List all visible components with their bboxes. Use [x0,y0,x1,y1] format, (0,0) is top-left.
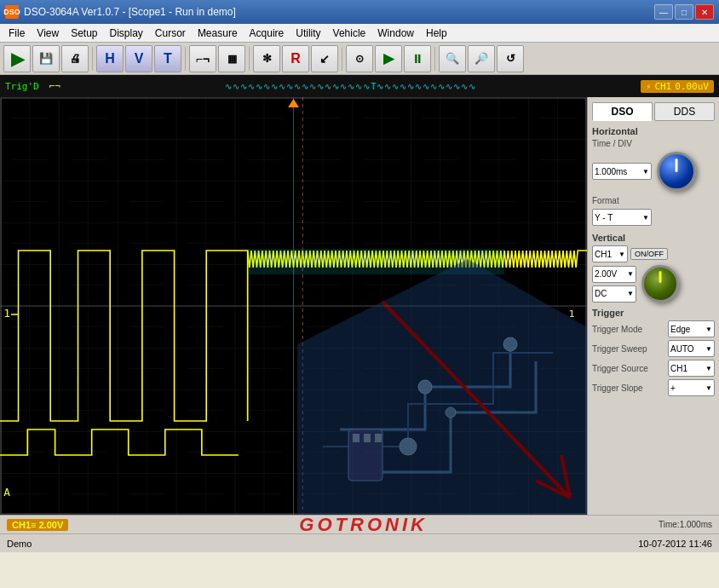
title-bar: DSO DSO-3064A Ver1.0.7 - [Scope1 - Run i… [0,0,719,24]
trigger-slope-label: Trigger Slope [592,383,643,393]
time-div-dropdown[interactable]: 1.000ms ▼ [592,163,652,180]
vertical-knob[interactable] [641,265,679,303]
trigger-source-label: Trigger Source [592,364,648,373]
menu-display[interactable]: Display [105,26,148,41]
ch1-label: CH1 [654,81,671,92]
svg-marker-12 [297,259,587,515]
menu-vehicle[interactable]: Vehicle [328,26,371,41]
tab-dso[interactable]: DSO [592,102,653,121]
toolbar-sep5 [434,47,435,71]
demo-label: Demo [7,539,32,549]
cursor-arrow-button[interactable]: ↙ [311,45,338,72]
trigger-source-row: Trigger Source CH1 ▼ [592,360,715,377]
svg-marker-5 [288,99,299,107]
menu-utility[interactable]: Utility [290,26,325,41]
svg-rect-0 [0,97,587,515]
menu-cursor[interactable]: Cursor [150,26,191,41]
fft-button[interactable]: ▦ [218,45,245,72]
tab-dds[interactable]: DDS [654,102,715,121]
t-button[interactable]: T [154,45,181,72]
trigger-mode-dropdown[interactable]: Edge ▼ [668,320,715,337]
bottom-bar: CH1≡ 2.00V GOTRONIK Time:1.000ms [0,515,719,533]
time-div-label: Time / DIV [592,139,632,148]
menu-acquire[interactable]: Acquire [244,26,290,41]
svg-text:A: A [3,486,10,498]
ref-button[interactable]: R [282,45,309,72]
pause-button[interactable]: ⏸ [404,45,431,72]
voltage-display: 0.00uV [675,81,709,92]
trigger-sweep-dropdown[interactable]: AUTO ▼ [668,340,715,357]
trigger-source-dropdown[interactable]: CH1 ▼ [668,360,715,377]
trig-waveform: ∿∿∿∿∿∿∿∿∿∿∿∿∿∿∿∿∿∿∿T∿∿∿∿∿∿∿∿∿∿∿∿∿ [67,82,634,91]
svg-rect-20 [375,434,382,442]
app-status-bar: Demo 10-07-2012 11:46 [0,533,719,552]
menu-window[interactable]: Window [372,26,419,41]
format-dropdown[interactable]: Y - T ▼ [592,209,652,226]
gotronik-watermark: GOTRONIK [68,514,659,536]
v-button[interactable]: V [125,45,152,72]
voltage-dropdown[interactable]: 2.00V ▼ [592,266,636,283]
autoset-button[interactable]: ↺ [497,45,524,72]
svg-point-15 [446,407,456,418]
trigger-mode-label: Trigger Mode [592,325,642,334]
app-icon: DSO [5,5,19,19]
run-button[interactable]: ▶ [375,45,402,72]
h-button[interactable]: H [96,45,124,72]
maximize-button[interactable]: □ [675,4,693,20]
svg-rect-17 [348,429,383,481]
trigger-slope-dropdown[interactable]: + ▼ [668,379,715,396]
trigger-sweep-label: Trigger Sweep [592,344,647,354]
channel-dropdown[interactable]: CH1 ▼ [592,245,628,262]
svg-point-14 [503,337,517,351]
menu-setup[interactable]: Setup [66,26,102,41]
menu-help[interactable]: Help [421,26,452,41]
onoff-button[interactable]: ON/OFF [630,248,668,260]
horizontal-knob[interactable] [657,152,696,191]
toolbar-sep2 [185,47,186,71]
time-info: Time:1.000ms [659,520,712,529]
zoom-in-button[interactable]: 🔍 [439,45,466,72]
pcb-watermark [297,259,587,515]
menu-measure[interactable]: Measure [193,26,243,41]
svg-rect-18 [353,434,360,442]
trig-signal: ⌐¬ [49,81,60,92]
close-button[interactable]: ✕ [695,4,714,20]
svg-text:1: 1 [3,307,10,319]
svg-point-16 [400,438,417,455]
format-row: Format [592,196,715,205]
coupling-dropdown[interactable]: DC ▼ [592,285,636,303]
datetime-label: 10-07-2012 11:46 [638,539,712,549]
status-strip: Trig'D ⌐¬ ∿∿∿∿∿∿∿∿∿∿∿∿∿∿∿∿∿∿∿T∿∿∿∿∿∿∿∿∿∿… [0,75,719,97]
format-label: Format [592,196,619,205]
trigger-mode-row: Trigger Mode Edge ▼ [592,320,715,337]
pulse-button[interactable]: ⌐¬ [189,45,216,72]
ch1-row: CH1 ▼ ON/OFF [592,245,715,262]
minimize-button[interactable]: — [654,4,673,20]
scope-screen: 1 A 1 [0,97,587,515]
zoom-out-button[interactable]: 🔎 [468,45,495,72]
toolbar-sep4 [342,47,342,71]
svg-rect-8 [248,249,504,274]
trigger-title: Trigger [592,308,715,318]
ch1-info-badge: CH1≡ 2.00V [7,519,68,531]
svg-line-23 [536,481,570,498]
open-button[interactable]: ▶ [3,45,31,72]
trigger-sweep-row: Trigger Sweep AUTO ▼ [592,340,715,357]
trigger-slope-row: Trigger Slope + ▼ [592,379,715,396]
panel-tabs: DSO DDS [592,102,715,121]
menu-view[interactable]: View [32,26,64,41]
menu-file[interactable]: File [3,26,30,41]
svg-rect-1 [0,97,587,515]
menu-bar: File View Setup Display Cursor Measure A… [0,24,719,43]
math-button[interactable]: ✼ [253,45,280,72]
toolbar: ▶ 💾 🖨 H V T ⌐¬ ▦ ✼ R ↙ ⊙ ▶ ⏸ 🔍 🔎 ↺ [0,43,719,75]
meas-button[interactable]: ⊙ [346,45,373,72]
print-button[interactable]: 🖨 [61,45,89,72]
svg-rect-4 [1,98,586,514]
toolbar-sep1 [92,47,93,71]
vertical-title: Vertical [592,233,715,243]
svg-line-22 [561,455,570,498]
svg-text:1: 1 [568,308,574,319]
toolbar-sep3 [249,47,250,71]
save-button[interactable]: 💾 [32,45,60,72]
